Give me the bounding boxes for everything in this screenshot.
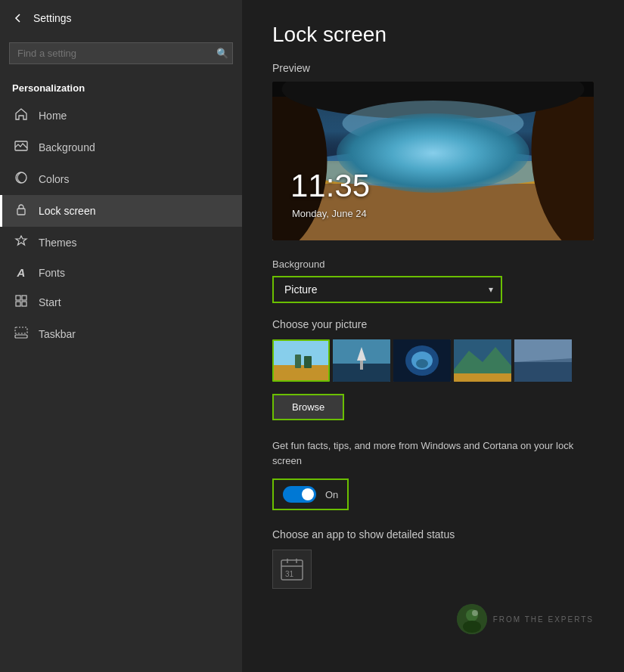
- background-dropdown[interactable]: Windows spotlight Picture Slideshow: [274, 277, 501, 302]
- sidebar-item-fonts[interactable]: A Fonts: [0, 259, 242, 286]
- sidebar-item-taskbar[interactable]: Taskbar: [0, 318, 242, 350]
- svg-rect-3: [16, 296, 20, 300]
- picture-thumb-3[interactable]: [393, 339, 451, 382]
- svg-point-48: [463, 621, 481, 633]
- taskbar-icon: [14, 326, 28, 342]
- svg-point-47: [472, 610, 478, 616]
- preview-label: Preview: [272, 62, 594, 74]
- fun-facts-toggle[interactable]: [283, 486, 316, 503]
- calendar-app-icon[interactable]: 31: [272, 550, 312, 589]
- sidebar-item-start-label: Start: [39, 296, 61, 308]
- background-dropdown-wrapper[interactable]: Windows spotlight Picture Slideshow ▾: [272, 276, 502, 303]
- browse-button[interactable]: Browse: [274, 395, 343, 419]
- sidebar-item-themes-label: Themes: [39, 237, 77, 249]
- sidebar-item-home-label: Home: [39, 110, 67, 122]
- svg-rect-25: [304, 356, 312, 368]
- toggle-wrapper[interactable]: On: [272, 478, 349, 510]
- picture-thumb-4[interactable]: [454, 339, 511, 382]
- themes-icon: [14, 234, 28, 251]
- sidebar-item-fonts-label: Fonts: [39, 267, 65, 279]
- sidebar-item-home[interactable]: Home: [0, 100, 242, 132]
- svg-point-21: [343, 101, 524, 146]
- sidebar-nav: Home Background Colors: [0, 100, 242, 350]
- svg-rect-7: [15, 335, 27, 338]
- svg-rect-20: [445, 135, 456, 169]
- window-title: Settings: [33, 12, 72, 24]
- app-status-row: 31: [272, 550, 594, 589]
- svg-rect-38: [514, 362, 572, 382]
- picture-thumb-1[interactable]: [272, 339, 330, 382]
- background-section-label: Background: [272, 259, 594, 270]
- app-status-label: Choose an app to show detailed status: [272, 528, 594, 540]
- sidebar-item-themes[interactable]: Themes: [0, 227, 242, 259]
- sidebar-section-title: Personalization: [0, 70, 242, 100]
- lock-date: Monday, June 24: [292, 208, 367, 219]
- lock-screen-preview: 11:35 Monday, June 24: [272, 82, 594, 240]
- start-icon: [14, 294, 28, 311]
- toggle-thumb: [302, 488, 314, 500]
- svg-rect-2: [17, 209, 25, 215]
- svg-rect-29: [360, 361, 363, 370]
- svg-text:31: 31: [285, 570, 294, 578]
- toggle-row: On: [274, 480, 347, 509]
- picture-thumb-2[interactable]: [333, 339, 390, 382]
- picture-grid: [272, 339, 594, 382]
- main-content: Lock screen Preview: [242, 0, 624, 672]
- svg-rect-4: [22, 296, 26, 300]
- sidebar-item-colors-label: Colors: [39, 173, 69, 185]
- svg-rect-24: [295, 355, 301, 368]
- watermark: FROM THE EXPERTS: [493, 615, 594, 624]
- fonts-icon: A: [14, 266, 28, 279]
- sidebar-item-background-label: Background: [39, 141, 95, 153]
- sidebar-item-colors[interactable]: Colors: [0, 163, 242, 195]
- browse-button-wrapper[interactable]: Browse: [272, 394, 344, 420]
- sidebar-item-lock-screen-label: Lock screen: [39, 205, 95, 217]
- sidebar-item-taskbar-label: Taskbar: [39, 328, 76, 340]
- lock-screen-icon: [14, 203, 28, 219]
- background-icon: [14, 139, 28, 156]
- search-input[interactable]: [9, 42, 233, 64]
- home-icon: [14, 107, 28, 124]
- search-icon[interactable]: 🔍: [216, 48, 228, 59]
- svg-rect-23: [274, 365, 330, 382]
- sidebar-item-start[interactable]: Start: [0, 286, 242, 318]
- colors-icon: [14, 171, 28, 187]
- svg-rect-18: [403, 138, 417, 169]
- svg-rect-6: [22, 302, 26, 306]
- sidebar-header: Settings: [0, 0, 242, 36]
- sidebar: Settings 🔍 Personalization Home Backgrou…: [0, 0, 242, 672]
- fun-facts-text: Get fun facts, tips, and more from Windo…: [272, 438, 594, 468]
- svg-rect-8: [15, 327, 27, 333]
- sidebar-item-lock-screen[interactable]: Lock screen: [0, 195, 242, 227]
- svg-rect-5: [16, 302, 20, 306]
- picture-thumb-5[interactable]: [514, 339, 572, 382]
- page-title: Lock screen: [272, 23, 594, 47]
- svg-point-33: [416, 359, 428, 368]
- toggle-label: On: [325, 489, 338, 500]
- svg-rect-19: [422, 142, 439, 169]
- search-box[interactable]: 🔍: [9, 42, 233, 64]
- sidebar-item-background[interactable]: Background: [0, 132, 242, 163]
- back-button[interactable]: [12, 12, 24, 24]
- svg-rect-36: [454, 373, 511, 382]
- choose-picture-label: Choose your picture: [272, 318, 594, 330]
- lock-time: 11:35: [290, 168, 370, 204]
